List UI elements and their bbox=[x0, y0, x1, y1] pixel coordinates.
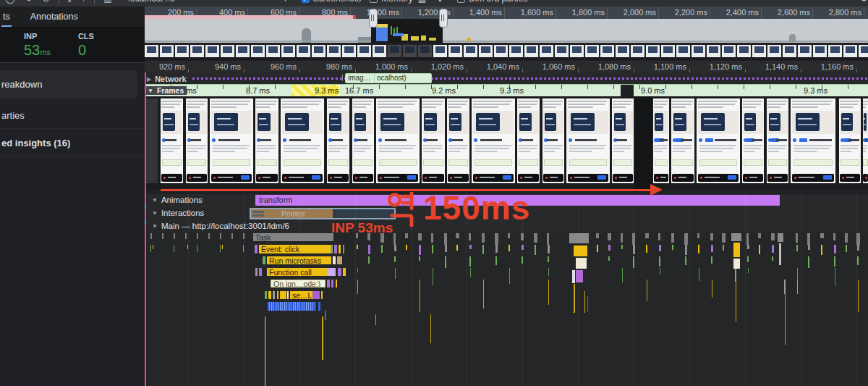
timeline-overview[interactable]: 200 ms400 ms600 ms800 ms1,000 ms1,200 ms… bbox=[145, 7, 868, 43]
flame-event-rect[interactable] bbox=[255, 245, 258, 253]
flame-event-rect[interactable] bbox=[259, 268, 262, 276]
filmstrip-thumbnail[interactable] bbox=[646, 45, 660, 60]
page-select[interactable]: localhost #5 bbox=[129, 0, 175, 4]
flame-mini-event[interactable] bbox=[698, 245, 699, 253]
flame-mini-event[interactable] bbox=[509, 245, 510, 251]
flame-task[interactable] bbox=[569, 233, 589, 243]
flame-mini-task[interactable] bbox=[758, 233, 761, 238]
flame-event-rect[interactable] bbox=[331, 245, 333, 253]
flame-mini-event[interactable] bbox=[846, 245, 847, 252]
flame-mini-task[interactable] bbox=[150, 233, 152, 239]
flame-mini-task[interactable] bbox=[456, 233, 459, 238]
flame-event-rect[interactable] bbox=[318, 302, 320, 311]
flame-mini-task[interactable] bbox=[547, 233, 549, 245]
insight-item[interactable]: ed insights (16) bbox=[0, 129, 145, 156]
interaction-event-outline[interactable]: Pointer bbox=[250, 208, 396, 219]
flame-mini-event[interactable] bbox=[857, 245, 859, 251]
frame-duration-label[interactable]: 8.7 ms bbox=[246, 86, 270, 95]
filmstrip-thumbnail[interactable] bbox=[281, 45, 295, 60]
flame-mini-task[interactable] bbox=[820, 233, 824, 238]
flame-mini-event[interactable] bbox=[834, 245, 836, 253]
flame-mini-event[interactable] bbox=[672, 245, 673, 250]
filmstrip-thumbnail[interactable] bbox=[843, 45, 857, 60]
flame-event-rect[interactable] bbox=[255, 268, 258, 276]
filmstrip-thumbnail[interactable] bbox=[327, 98, 349, 183]
flame-event-rect[interactable] bbox=[312, 291, 320, 299]
flame-mini-task[interactable] bbox=[405, 233, 408, 238]
flame-mini-task[interactable] bbox=[710, 233, 713, 240]
animations-track-header[interactable]: ▼Animations bbox=[152, 196, 203, 204]
flame-event-click[interactable]: Event: click bbox=[259, 245, 331, 253]
flame-event-rect[interactable] bbox=[337, 256, 342, 264]
flame-event-rect[interactable] bbox=[268, 291, 271, 299]
flame-mini-task[interactable] bbox=[608, 233, 611, 240]
flame-mini-event[interactable] bbox=[759, 245, 760, 254]
filmstrip-thumbnail[interactable] bbox=[190, 45, 204, 60]
filmstrip-thumbnail[interactable] bbox=[433, 45, 447, 60]
filmstrip-thumbnail[interactable] bbox=[692, 45, 705, 60]
main-flame-chart[interactable]: TaskEvent: clickRun microtasksFunction c… bbox=[145, 232, 868, 386]
filmstrip-thumbnail[interactable] bbox=[161, 98, 183, 183]
filmstrip-thumbnail[interactable] bbox=[524, 45, 538, 60]
flame-event-rect[interactable] bbox=[331, 280, 333, 288]
flame-event-rect[interactable] bbox=[572, 270, 575, 283]
filmstrip-thumbnail[interactable] bbox=[509, 45, 523, 60]
overview-cpu-chart[interactable] bbox=[145, 19, 868, 43]
insight-item[interactable]: arties bbox=[0, 101, 145, 129]
flame-mini-task[interactable] bbox=[482, 233, 485, 243]
flame-mini-task[interactable] bbox=[208, 233, 210, 239]
filmstrip-thumbnail[interactable] bbox=[661, 45, 675, 60]
flame-event-rect[interactable] bbox=[336, 280, 337, 288]
filmstrip-thumbnail[interactable] bbox=[566, 98, 610, 183]
gc-icon[interactable]: ▦ bbox=[418, 0, 426, 4]
flame-mini-task[interactable] bbox=[162, 233, 163, 239]
filmstrip-thumbnail[interactable] bbox=[251, 45, 265, 60]
flame-event-rect[interactable] bbox=[321, 291, 323, 299]
flame-mini-task[interactable] bbox=[778, 233, 783, 242]
filmstrip-thumbnail[interactable] bbox=[707, 45, 720, 60]
live-metrics-icon[interactable]: ▥ bbox=[103, 0, 111, 4]
flame-event-rect[interactable] bbox=[338, 268, 341, 276]
flame-mini-task[interactable] bbox=[671, 233, 674, 243]
flame-mini-event[interactable] bbox=[482, 245, 484, 254]
flame-mini-event[interactable] bbox=[548, 245, 550, 253]
memory-checkbox[interactable] bbox=[370, 0, 378, 3]
flame-mini-task[interactable] bbox=[845, 233, 848, 243]
filmstrip-thumbnail[interactable] bbox=[352, 98, 374, 183]
flame-mini-event[interactable] bbox=[608, 245, 610, 251]
interactions-track-header[interactable]: ▼Interactions bbox=[152, 209, 204, 217]
flame-mini-task[interactable] bbox=[393, 233, 396, 245]
flame-mini-task[interactable] bbox=[833, 233, 835, 240]
clear-icon[interactable]: ⊘ bbox=[43, 0, 50, 4]
flame-mini-task[interactable] bbox=[746, 233, 749, 245]
filmstrip-thumbnail[interactable] bbox=[671, 98, 694, 183]
filmstrip-thumbnail[interactable] bbox=[653, 98, 669, 183]
filmstrip-thumbnail[interactable] bbox=[418, 45, 432, 60]
filmstrip-thumbnail[interactable] bbox=[494, 45, 508, 60]
flame-mini-event[interactable] bbox=[772, 245, 774, 253]
filmstrip-thumbnail[interactable] bbox=[447, 98, 469, 183]
flame-event-rect[interactable] bbox=[576, 270, 583, 282]
filmstrip-thumbnail[interactable] bbox=[631, 45, 644, 60]
flame-mini-task[interactable] bbox=[220, 233, 221, 239]
flame-run-microtasks[interactable]: Run microtasks bbox=[267, 256, 329, 264]
filmstrip-thumbnail[interactable] bbox=[752, 45, 766, 60]
flame-mini-task[interactable] bbox=[621, 233, 623, 243]
collect-icon[interactable]: ⬆ bbox=[436, 0, 443, 4]
flame-mini-event[interactable] bbox=[723, 245, 724, 251]
filmstrip-thumbnail[interactable] bbox=[479, 45, 493, 60]
filmstrip-thumbnail[interactable] bbox=[791, 98, 835, 183]
flame-mini-task[interactable] bbox=[722, 233, 726, 243]
flame-mini-task[interactable] bbox=[469, 233, 471, 240]
filmstrip-thumbnail[interactable] bbox=[448, 45, 462, 60]
flame-mini-event[interactable] bbox=[659, 245, 661, 251]
flame-event-rect[interactable] bbox=[334, 245, 337, 253]
filmstrip-thumbnail[interactable] bbox=[472, 98, 515, 183]
flame-set-label[interactable]: se…L bbox=[290, 291, 313, 299]
filmstrip-thumbnail[interactable] bbox=[236, 45, 250, 60]
flame-event-rect[interactable] bbox=[733, 259, 740, 269]
flame-event-rect[interactable] bbox=[333, 256, 336, 264]
filmstrip-thumbnail[interactable] bbox=[403, 45, 417, 60]
flame-event-rect[interactable] bbox=[343, 268, 346, 276]
flame-mini-task[interactable] bbox=[431, 233, 433, 243]
